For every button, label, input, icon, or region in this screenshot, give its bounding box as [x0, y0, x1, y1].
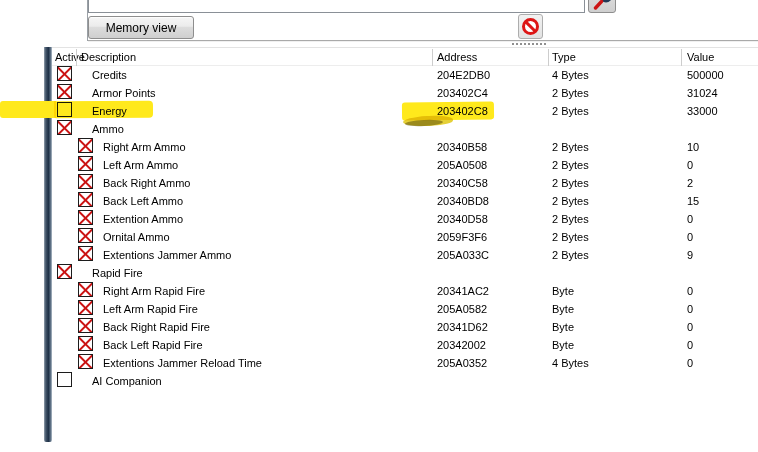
row-value: 500000	[687, 66, 724, 84]
active-checkbox[interactable]	[78, 300, 93, 315]
row-description: Extention Ammo	[103, 210, 183, 228]
column-divider	[681, 49, 682, 66]
checkbox-x-icon	[79, 175, 92, 188]
table-row[interactable]: Extentions Jammer Ammo 205A033C 2 Bytes …	[52, 246, 758, 264]
row-address: 205A0582	[437, 300, 487, 318]
active-checkbox[interactable]	[78, 228, 93, 243]
checkbox-x-icon	[79, 139, 92, 152]
search-button[interactable]	[588, 0, 616, 13]
table-rows: Credits 204E2DB0 4 Bytes 500000 Armor Po…	[52, 66, 758, 390]
row-address: 20342002	[437, 336, 486, 354]
checkbox-x-icon	[58, 121, 71, 134]
table-row[interactable]: Left Arm Ammo 205A0508 2 Bytes 0	[52, 156, 758, 174]
checkbox-x-icon	[79, 211, 92, 224]
row-value: 0	[687, 228, 693, 246]
table-row[interactable]: Ornital Ammo 2059F3F6 2 Bytes 0	[52, 228, 758, 246]
row-value: 0	[687, 282, 693, 300]
row-description: AI Companion	[92, 372, 162, 390]
row-description: Ammo	[92, 120, 124, 138]
checkbox-x-icon	[58, 67, 71, 80]
table-row[interactable]: Back Right Rapid Fire 20341D62 Byte 0	[52, 318, 758, 336]
checkbox-x-icon	[79, 337, 92, 350]
checkbox-x-icon	[79, 247, 92, 260]
active-checkbox[interactable]	[78, 354, 93, 369]
checkbox-x-icon	[79, 157, 92, 170]
row-value: 0	[687, 156, 693, 174]
table-row[interactable]: Energy 203402C8 2 Bytes 33000	[52, 102, 758, 120]
window-edge-bar	[44, 47, 52, 442]
row-description: Back Left Rapid Fire	[103, 336, 203, 354]
active-checkbox[interactable]	[78, 318, 93, 333]
row-description: Credits	[92, 66, 127, 84]
active-checkbox[interactable]	[57, 372, 72, 387]
row-description: Right Arm Ammo	[103, 138, 186, 156]
table-row[interactable]: Extentions Jammer Reload Time 205A0352 4…	[52, 354, 758, 372]
active-checkbox[interactable]	[78, 138, 93, 153]
row-type: 2 Bytes	[552, 174, 589, 192]
row-type: 2 Bytes	[552, 102, 589, 120]
row-type: 4 Bytes	[552, 354, 589, 372]
active-checkbox[interactable]	[78, 246, 93, 261]
row-address: 20340BD8	[437, 192, 489, 210]
address-list: Active Description Address Type Value Cr…	[52, 47, 758, 442]
table-row[interactable]: Back Left Rapid Fire 20342002 Byte 0	[52, 336, 758, 354]
column-header-type[interactable]: Type	[552, 48, 576, 66]
row-value: 33000	[687, 102, 718, 120]
column-header-value[interactable]: Value	[687, 48, 714, 66]
row-type: 2 Bytes	[552, 246, 589, 264]
active-checkbox[interactable]	[78, 210, 93, 225]
row-type: Byte	[552, 318, 574, 336]
row-description: Energy	[92, 102, 127, 120]
table-row[interactable]: Armor Points 203402C4 2 Bytes 31024	[52, 84, 758, 102]
row-value: 10	[687, 138, 699, 156]
active-checkbox[interactable]	[78, 156, 93, 171]
checkbox-x-icon	[79, 319, 92, 332]
row-type: 2 Bytes	[552, 210, 589, 228]
active-checkbox[interactable]	[57, 264, 72, 279]
table-row[interactable]: Back Left Ammo 20340BD8 2 Bytes 15	[52, 192, 758, 210]
row-description: Extentions Jammer Reload Time	[103, 354, 262, 372]
column-divider	[432, 49, 433, 66]
table-row[interactable]: Right Arm Rapid Fire 20341AC2 Byte 0	[52, 282, 758, 300]
row-type: Byte	[552, 336, 574, 354]
active-checkbox[interactable]	[78, 174, 93, 189]
active-checkbox[interactable]	[57, 84, 72, 99]
active-checkbox[interactable]	[78, 336, 93, 351]
table-row[interactable]: Back Right Ammo 20340C58 2 Bytes 2	[52, 174, 758, 192]
table-row[interactable]: Credits 204E2DB0 4 Bytes 500000	[52, 66, 758, 84]
row-description: Rapid Fire	[92, 264, 143, 282]
active-checkbox[interactable]	[57, 102, 72, 117]
splitter-handle[interactable]	[512, 43, 546, 45]
column-divider	[76, 49, 77, 66]
checkbox-x-icon	[79, 193, 92, 206]
memory-view-button[interactable]: Memory view	[88, 16, 194, 39]
active-checkbox[interactable]	[57, 120, 72, 135]
row-address: 20340C58	[437, 174, 488, 192]
row-value: 0	[687, 336, 693, 354]
table-row[interactable]: Rapid Fire	[52, 264, 758, 282]
row-description: Left Arm Rapid Fire	[103, 300, 198, 318]
row-type: 4 Bytes	[552, 66, 589, 84]
active-checkbox[interactable]	[57, 66, 72, 81]
scan-value-input[interactable]	[88, 0, 585, 13]
stop-scan-button[interactable]	[518, 14, 543, 39]
row-address: 20341AC2	[437, 282, 489, 300]
active-checkbox[interactable]	[78, 282, 93, 297]
active-checkbox[interactable]	[78, 192, 93, 207]
row-address: 205A0508	[437, 156, 487, 174]
table-row[interactable]: Right Arm Ammo 20340B58 2 Bytes 10	[52, 138, 758, 156]
row-type: Byte	[552, 300, 574, 318]
table-row[interactable]: Ammo	[52, 120, 758, 138]
column-header-address[interactable]: Address	[437, 48, 477, 66]
checkbox-x-icon	[58, 85, 71, 98]
column-header-description[interactable]: Description	[81, 48, 136, 66]
row-type: 2 Bytes	[552, 156, 589, 174]
row-description: Right Arm Rapid Fire	[103, 282, 205, 300]
table-row[interactable]: AI Companion	[52, 372, 758, 390]
table-row[interactable]: Left Arm Rapid Fire 205A0582 Byte 0	[52, 300, 758, 318]
table-row[interactable]: Extention Ammo 20340D58 2 Bytes 0	[52, 210, 758, 228]
checkbox-x-icon	[79, 355, 92, 368]
row-value: 0	[687, 318, 693, 336]
checkbox-x-icon	[58, 265, 71, 278]
row-address: 20341D62	[437, 318, 488, 336]
